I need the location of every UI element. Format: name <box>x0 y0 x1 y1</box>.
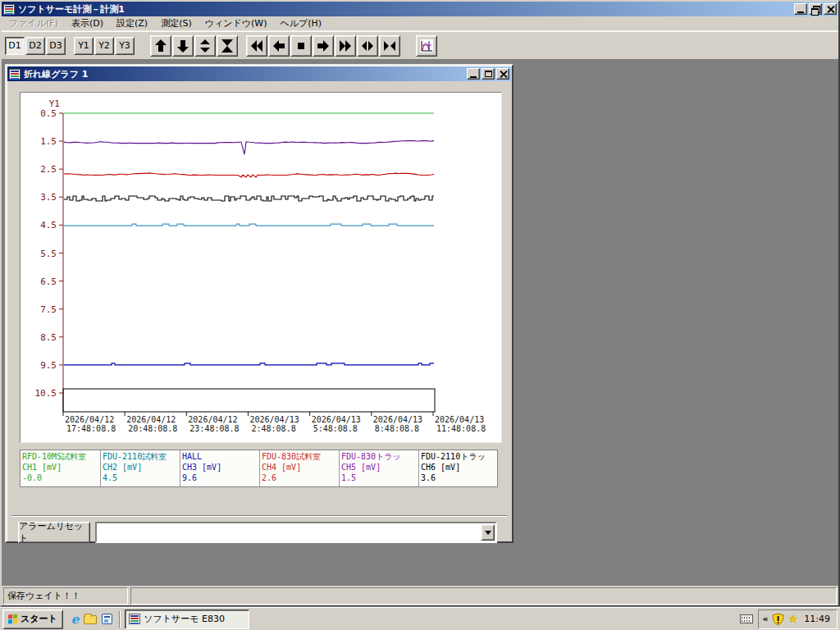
graph-minimize-button[interactable] <box>467 68 480 80</box>
ch2-label: CH2 [mV] <box>103 462 178 472</box>
channel-legend-table: RFD-10MS試料室 CH1 [mV] -0.0 FDU-2110試料室 CH… <box>20 450 498 487</box>
start-button[interactable]: スタート <box>2 609 63 629</box>
maximize-icon <box>485 71 492 77</box>
ch5-value: 1.5 <box>341 472 417 483</box>
graph-titlebar[interactable]: 折れ線グラフ 1 <box>7 66 511 81</box>
compress-vertical-icon <box>221 39 234 52</box>
y1-button[interactable]: Y1 <box>74 37 94 55</box>
graph-window-body: Y10.51.52.53.54.55.56.57.58.59.510.52026… <box>7 82 512 541</box>
chevron-icon[interactable]: « <box>763 614 768 624</box>
svg-text:8:48:08.8: 8:48:08.8 <box>375 424 419 433</box>
svg-text:6.5: 6.5 <box>40 276 57 287</box>
ch6-label: CH6 [mV] <box>421 462 496 472</box>
stop-button[interactable] <box>290 35 312 57</box>
main-titlebar[interactable]: ソフトサーモ計測－計測1 <box>2 2 838 16</box>
windows-logo-icon <box>8 614 18 624</box>
svg-text:2.5: 2.5 <box>40 164 57 175</box>
ch5-name: FDU-830トラッ <box>341 451 417 462</box>
menu-file[interactable]: ファイル(F) <box>2 16 65 31</box>
ch4-value: 2.6 <box>262 472 337 483</box>
graph-close-button[interactable] <box>496 68 509 80</box>
svg-text:20:48:08.8: 20:48:08.8 <box>128 424 177 433</box>
clock: 11:49 <box>804 614 830 624</box>
y3-button[interactable]: Y3 <box>115 37 135 55</box>
scroll-down-button[interactable] <box>172 35 194 57</box>
ch3-name: HALL <box>182 451 258 462</box>
d1-button[interactable]: D1 <box>5 37 25 55</box>
menu-view[interactable]: 表示(D) <box>65 16 110 31</box>
separator <box>11 515 507 517</box>
graph-setup-icon <box>419 39 434 53</box>
alarm-combobox-value <box>97 523 480 541</box>
fast-forward-button[interactable] <box>335 35 356 57</box>
chevron-down-icon <box>485 531 491 538</box>
step-forward-button[interactable] <box>313 35 334 57</box>
scroll-up-icon <box>154 39 167 52</box>
ch1-name: RFD-10MS試料室 <box>22 451 98 462</box>
divider <box>119 611 121 628</box>
menu-window[interactable]: ウィンドウ(W) <box>199 16 274 31</box>
ch6-value: 3.6 <box>421 472 496 483</box>
combobox-dropdown-button[interactable] <box>481 524 495 541</box>
svg-text:0.5: 0.5 <box>40 108 57 119</box>
compress-vertical-button[interactable] <box>217 35 238 57</box>
line-chart: Y10.51.52.53.54.55.56.57.58.59.510.52026… <box>21 93 501 442</box>
menu-help[interactable]: ヘルプ(H) <box>273 16 328 31</box>
scroll-up-button[interactable] <box>150 35 171 57</box>
svg-text:2026/04/13: 2026/04/13 <box>312 415 361 424</box>
minimize-icon <box>797 11 804 13</box>
legend-cell-ch5: FDU-830トラッ CH5 [mV] 1.5 <box>339 450 418 486</box>
legend-cell-ch3: HALL CH3 [mV] 9.6 <box>180 450 259 486</box>
mdi-area: 折れ線グラフ 1 Y10.51.52.53.54.55.56.57.58.59.… <box>2 59 838 586</box>
series-line-ch4 <box>64 173 434 177</box>
alarm-reset-button[interactable]: アラームリセット <box>18 522 90 543</box>
graph-maximize-button[interactable] <box>482 68 495 80</box>
menu-measure[interactable]: 測定(S) <box>154 16 199 31</box>
folder-icon[interactable] <box>84 615 97 624</box>
ch2-name: FDU-2110試料室 <box>103 451 178 462</box>
d2-button[interactable]: D2 <box>25 37 45 55</box>
alarm-combobox[interactable] <box>95 522 497 543</box>
menu-settings[interactable]: 設定(Z) <box>110 16 154 31</box>
series-line-ch5 <box>64 141 434 155</box>
minimize-button[interactable] <box>794 3 807 15</box>
svg-text:11:48:08.8: 11:48:08.8 <box>436 424 486 433</box>
compress-horizontal-button[interactable] <box>379 35 400 57</box>
d3-button[interactable]: D3 <box>46 37 66 55</box>
svg-text:9.5: 9.5 <box>40 360 57 371</box>
system-tray: « ★ 11:49 <box>758 609 838 629</box>
close-icon <box>500 71 507 78</box>
task-button-softthermo[interactable]: ソフトサーモ E830 <box>125 609 249 629</box>
ch2-value: 4.5 <box>103 472 178 483</box>
svg-text:2026/04/13: 2026/04/13 <box>373 415 422 424</box>
keyboard-icon[interactable] <box>740 614 753 623</box>
ch1-value: -0.0 <box>22 472 98 483</box>
internet-explorer-icon[interactable]: e <box>71 614 80 625</box>
close-icon <box>827 6 834 13</box>
step-back-icon <box>272 39 285 52</box>
fast-rewind-button[interactable] <box>246 35 267 57</box>
restore-button[interactable] <box>809 3 822 15</box>
expand-vertical-button[interactable] <box>194 35 216 57</box>
start-label: スタート <box>21 613 57 625</box>
expand-horizontal-button[interactable] <box>357 35 378 57</box>
svg-text:23:48:08.8: 23:48:08.8 <box>189 424 239 433</box>
y2-button[interactable]: Y2 <box>94 37 114 55</box>
security-shield-icon[interactable] <box>772 613 784 626</box>
expand-horizontal-icon <box>361 39 374 52</box>
svg-text:2:48:08.8: 2:48:08.8 <box>252 424 296 433</box>
close-button[interactable] <box>824 3 837 15</box>
legend-cell-ch4: FDU-830試料室 CH4 [mV] 2.6 <box>259 450 339 486</box>
step-back-button[interactable] <box>268 35 290 57</box>
show-desktop-icon[interactable] <box>102 614 112 624</box>
svg-text:17:48:08.8: 17:48:08.8 <box>66 424 116 433</box>
star-icon[interactable]: ★ <box>788 613 798 625</box>
graph-setup-button[interactable] <box>416 35 437 57</box>
ch6-name: FDU-2110トラッ <box>421 451 496 462</box>
svg-text:3.5: 3.5 <box>40 192 57 203</box>
svg-text:2026/04/13: 2026/04/13 <box>435 415 484 424</box>
svg-text:10.5: 10.5 <box>35 388 57 399</box>
minimize-icon <box>470 76 477 78</box>
svg-text:2026/04/12: 2026/04/12 <box>65 415 114 424</box>
scroll-down-icon <box>176 39 189 52</box>
